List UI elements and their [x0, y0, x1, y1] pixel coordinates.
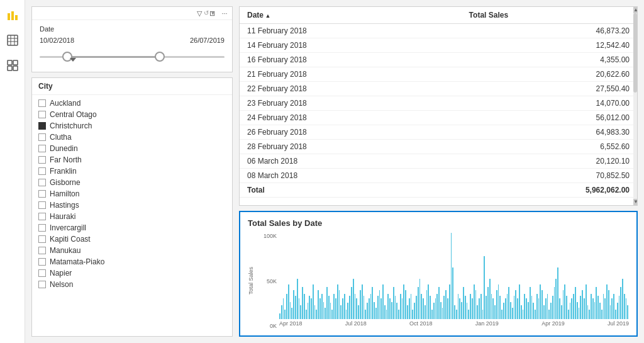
chart-bar: [377, 296, 379, 319]
city-checkbox[interactable]: [38, 167, 46, 175]
chart-bar: [402, 298, 403, 319]
grid-icon[interactable]: [4, 57, 21, 74]
list-item[interactable]: Kapiti Coast: [38, 233, 226, 245]
list-item[interactable]: Manukau: [38, 245, 226, 256]
city-checkbox[interactable]: [38, 258, 46, 266]
chart-bar: [411, 294, 412, 319]
city-checkbox[interactable]: [38, 224, 46, 232]
city-checkbox[interactable]: [38, 179, 46, 186]
chevron-down-icon[interactable]: ▾: [211, 9, 214, 16]
sales-cell: 14,070.00: [462, 96, 637, 111]
list-item[interactable]: Christchurch: [38, 120, 226, 132]
table-scrollbar[interactable]: ▲ ▼: [633, 7, 637, 205]
date-slider[interactable]: [40, 49, 225, 64]
table-row[interactable]: 22 February 201827,550.40: [240, 82, 637, 96]
list-item[interactable]: Franklin: [38, 166, 226, 177]
scroll-down-arrow[interactable]: ▼: [633, 199, 637, 205]
date-cell: 11 February 2018: [240, 24, 462, 38]
date-cell: 23 February 2018: [240, 96, 462, 111]
table-row[interactable]: 21 February 201820,622.60: [240, 67, 637, 82]
list-item[interactable]: Invercargill: [38, 222, 226, 233]
chart-bar: [507, 294, 508, 319]
date-filter-inner: Date 10/02/2018 26/07/2019: [32, 20, 232, 72]
table-scroll[interactable]: Date Total Sales 11 February 201846,873.…: [240, 7, 637, 205]
table-row[interactable]: 16 February 20184,355.00: [240, 53, 637, 67]
chart-bar: [589, 310, 590, 319]
city-checkbox[interactable]: [38, 201, 46, 209]
city-checkbox[interactable]: [38, 99, 46, 107]
chart-bar: [364, 296, 365, 319]
bar-chart-icon[interactable]: [4, 6, 21, 24]
chart-bar: [389, 298, 391, 319]
x-axis-label: Apr 2018: [279, 320, 303, 329]
table-row[interactable]: 14 February 201812,542.40: [240, 38, 637, 53]
chart-widget: Total Sales by Date Total Sales 100K50K0…: [239, 211, 638, 337]
chart-bar: [619, 296, 620, 319]
city-name: Auckland: [50, 99, 80, 108]
city-checkbox[interactable]: [38, 122, 46, 130]
city-name: Dunedin: [50, 144, 78, 153]
chart-bar: [293, 290, 294, 319]
city-checkbox[interactable]: [38, 269, 46, 277]
city-filter: City AucklandCentral OtagoChristchurchCl…: [31, 77, 233, 337]
table-row[interactable]: 26 February 201864,983.30: [240, 125, 637, 140]
chart-bar: [405, 290, 406, 319]
list-item[interactable]: Nelson: [38, 279, 226, 290]
table-row[interactable]: 24 February 201856,012.00: [240, 111, 637, 125]
table-row[interactable]: 06 March 201820,120.10: [240, 154, 637, 169]
chart-bar: [597, 296, 599, 319]
table-icon[interactable]: [4, 31, 21, 49]
chart-bar: [380, 298, 382, 319]
chart-bar: [451, 233, 452, 319]
city-checkbox[interactable]: [38, 247, 46, 254]
city-name: Napier: [50, 269, 72, 278]
list-item[interactable]: Napier: [38, 267, 226, 279]
city-checkbox[interactable]: [38, 111, 46, 118]
chart-bar: [571, 298, 572, 319]
filter-icon[interactable]: ▽: [194, 8, 204, 18]
chart-bar: [328, 296, 330, 319]
chart-bar: [374, 302, 375, 319]
table-row[interactable]: 11 February 201846,873.20: [240, 24, 637, 38]
city-checkbox[interactable]: [38, 190, 46, 198]
sidebar: [0, 0, 25, 343]
city-checkbox[interactable]: [38, 133, 46, 141]
city-list[interactable]: AucklandCentral OtagoChristchurchCluthaD…: [32, 95, 232, 336]
list-item[interactable]: Matamata-Piako: [38, 256, 226, 267]
chart-bar: [501, 310, 502, 319]
chart-bar: [409, 298, 410, 319]
slider-thumb-right[interactable]: [155, 52, 165, 62]
table-row[interactable]: 28 February 20186,552.60: [240, 140, 637, 154]
list-item[interactable]: Hastings: [38, 200, 226, 211]
reset-icon[interactable]: ↺: [204, 9, 209, 16]
list-item[interactable]: Clutha: [38, 132, 226, 143]
list-item[interactable]: Far North: [38, 154, 226, 166]
chart-bar: [611, 298, 613, 319]
city-checkbox[interactable]: [38, 145, 46, 152]
chart-bar: [472, 298, 473, 319]
city-checkbox[interactable]: [38, 213, 46, 220]
chart-bar: [288, 284, 289, 319]
city-checkbox[interactable]: [38, 281, 46, 288]
table-row[interactable]: 08 March 201870,852.50: [240, 169, 637, 183]
list-item[interactable]: Hamilton: [38, 188, 226, 200]
city-checkbox[interactable]: [38, 235, 46, 243]
chart-bar: [284, 310, 286, 319]
chart-bar: [286, 294, 287, 319]
chart-bar: [474, 284, 475, 319]
table-row[interactable]: 23 February 201814,070.00: [240, 96, 637, 111]
more-icon[interactable]: ···: [219, 8, 230, 18]
list-item[interactable]: Gisborne: [38, 177, 226, 188]
chart-bar: [369, 298, 370, 319]
chart-bar: [496, 290, 497, 319]
list-item[interactable]: Dunedin: [38, 143, 226, 154]
col-header-sales[interactable]: Total Sales: [462, 7, 637, 24]
col-header-date[interactable]: Date: [240, 7, 462, 24]
list-item[interactable]: Hauraki: [38, 211, 226, 222]
list-item[interactable]: Central Otago: [38, 109, 226, 120]
city-checkbox[interactable]: [38, 156, 46, 164]
scroll-thumb[interactable]: [633, 13, 637, 93]
scroll-up-arrow[interactable]: ▲: [633, 7, 637, 13]
list-item[interactable]: Auckland: [38, 98, 226, 109]
chart-bar: [599, 303, 601, 319]
